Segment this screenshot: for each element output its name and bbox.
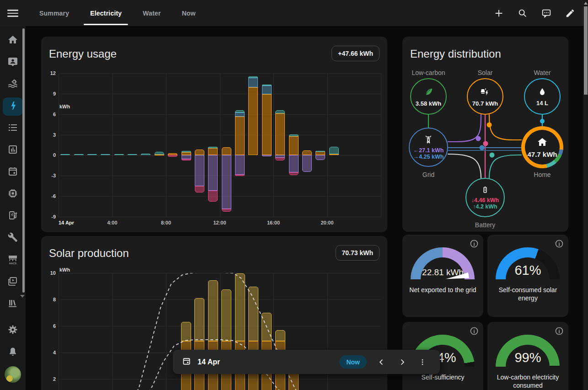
sidebar-item-ev-charger[interactable] bbox=[3, 207, 23, 225]
assist-chat-icon[interactable] bbox=[540, 7, 552, 19]
main-scrollbar-thumb[interactable] bbox=[584, 6, 588, 95]
home-node[interactable]: 47.7 kWh bbox=[521, 126, 563, 168]
sidebar-item-history[interactable] bbox=[3, 141, 23, 160]
grid-import-value: ←27.1 kWh bbox=[413, 147, 444, 154]
battery-label: Battery bbox=[458, 221, 513, 229]
usage-gridline bbox=[166, 73, 166, 217]
kebab-menu-icon[interactable] bbox=[418, 357, 427, 368]
add-icon[interactable] bbox=[493, 7, 505, 19]
gauge-card-low-carbon: 99% Low-carbon electricity consumed bbox=[487, 322, 568, 390]
usage-gridline bbox=[220, 73, 220, 217]
usage-bar-segment bbox=[195, 155, 204, 186]
gauge-value: 99% bbox=[487, 350, 568, 365]
info-icon[interactable] bbox=[555, 326, 564, 336]
tab-electricity[interactable]: Electricity bbox=[89, 0, 123, 26]
usage-gridline bbox=[59, 217, 381, 217]
low-carbon-node[interactable]: 3.58 kWh bbox=[410, 78, 447, 115]
solar-node[interactable]: 70.7 kWh bbox=[467, 78, 503, 115]
sidebar-item-hacs[interactable]: HACS bbox=[3, 251, 23, 269]
sidebar-scrollbar[interactable] bbox=[22, 28, 25, 293]
solar-label: Solar bbox=[458, 69, 513, 76]
usage-bar-segment bbox=[155, 152, 164, 155]
beach-weather-icon bbox=[7, 78, 18, 91]
usage-bar-segment bbox=[329, 147, 339, 154]
sidebar-item-notifications[interactable] bbox=[3, 343, 23, 362]
user-avatar[interactable] bbox=[5, 366, 21, 383]
now-button[interactable]: Now bbox=[339, 355, 367, 369]
usage-bar-segment bbox=[302, 155, 312, 172]
usage-bar-segment bbox=[155, 155, 164, 155]
usage-bar-segment bbox=[222, 155, 231, 208]
usage-gridline bbox=[381, 73, 381, 217]
grid-node[interactable]: ←27.1 kWh →4.25 kWh bbox=[409, 128, 448, 167]
sidebar-item-energy[interactable] bbox=[3, 97, 23, 116]
solar-y-unit: kWh bbox=[59, 267, 70, 272]
info-icon[interactable] bbox=[470, 326, 479, 336]
gauge-value: 22.81 kWh bbox=[402, 267, 483, 278]
battery-node[interactable]: ↓4.46 kWh ↑4.2 kWh bbox=[465, 178, 505, 217]
svg-text:HACS: HACS bbox=[9, 262, 16, 265]
usage-bar-segment bbox=[235, 155, 245, 175]
tab-water[interactable]: Water bbox=[142, 0, 161, 26]
usage-x-tick-label: 12:00 bbox=[205, 220, 235, 225]
sidebar-item-devices[interactable] bbox=[3, 185, 23, 203]
chart-box-icon bbox=[7, 144, 18, 157]
usage-bar-segment bbox=[248, 78, 258, 87]
info-icon[interactable] bbox=[470, 239, 479, 248]
tab-now[interactable]: Now bbox=[181, 0, 197, 26]
main-scrollbar[interactable] bbox=[583, 0, 588, 390]
sidebar-scroll-down-icon[interactable] bbox=[20, 295, 25, 298]
home-icon bbox=[7, 34, 18, 47]
sidebar-item-weather[interactable] bbox=[3, 75, 23, 94]
energy-bolt-icon bbox=[7, 100, 18, 113]
tab-summary[interactable]: Summary bbox=[38, 0, 70, 26]
battery-out-value: ↑4.2 kWh bbox=[473, 203, 497, 210]
sidebar-item-calendar[interactable] bbox=[3, 163, 23, 182]
scroll-up-icon[interactable] bbox=[584, 2, 588, 5]
info-icon[interactable] bbox=[555, 239, 564, 248]
usage-bar-segment bbox=[289, 136, 299, 155]
sidebar-item-settings[interactable] bbox=[3, 321, 23, 340]
usage-bar-segment bbox=[208, 148, 218, 155]
date-selector[interactable]: 14 Apr bbox=[182, 357, 220, 368]
menu-hamburger-icon[interactable] bbox=[6, 8, 19, 18]
usage-y-tick-label: 0 bbox=[41, 152, 56, 158]
calendar-icon bbox=[7, 166, 18, 179]
edit-pencil-icon[interactable] bbox=[564, 7, 576, 19]
energy-usage-total-badge: +47.66 kWh bbox=[331, 46, 380, 61]
sidebar-item-media[interactable] bbox=[3, 273, 23, 291]
water-node[interactable]: 14 L bbox=[524, 78, 561, 115]
hacs-store-icon: HACS bbox=[7, 253, 19, 267]
usage-bar-segment bbox=[195, 186, 204, 192]
usage-bar-segment bbox=[275, 158, 285, 160]
solar-y-tick-label: 2 bbox=[41, 376, 56, 382]
solar-production-title: Solar production bbox=[49, 247, 129, 260]
chevron-left-icon[interactable] bbox=[376, 357, 387, 368]
usage-bar-segment bbox=[235, 112, 245, 117]
usage-x-tick-label: 4:00 bbox=[98, 220, 127, 225]
usage-chart[interactable] bbox=[59, 73, 381, 217]
usage-y-tick-label: -9 bbox=[41, 214, 56, 219]
bell-icon bbox=[7, 346, 18, 359]
usage-bar-segment bbox=[182, 155, 191, 159]
usage-bar-segment bbox=[329, 154, 339, 155]
grid-label: Grid bbox=[401, 171, 456, 178]
usage-bar-segment bbox=[262, 85, 272, 94]
usage-bar-segment bbox=[182, 151, 191, 153]
energy-usage-card: Energy usage +47.66 kWh kWh 129630-3-6-9… bbox=[41, 37, 387, 232]
water-drop-icon bbox=[537, 87, 547, 99]
library-icon bbox=[7, 298, 18, 310]
sidebar-item-home[interactable] bbox=[3, 32, 23, 50]
chevron-right-icon[interactable] bbox=[397, 357, 408, 368]
gauge-value: 61% bbox=[487, 263, 568, 278]
usage-x-tick-label: 8:00 bbox=[151, 220, 181, 225]
sidebar-item-developer-tools[interactable] bbox=[3, 229, 23, 247]
usage-bar-segment bbox=[208, 155, 218, 191]
sidebar-item-todo[interactable] bbox=[3, 119, 23, 138]
low-carbon-label: Low-carbon bbox=[401, 69, 456, 76]
sidebar: HACS bbox=[0, 26, 26, 390]
sidebar-item-library[interactable] bbox=[3, 295, 23, 313]
usage-gridline bbox=[112, 73, 113, 217]
search-icon[interactable] bbox=[517, 7, 529, 19]
sidebar-item-account[interactable] bbox=[3, 53, 23, 72]
